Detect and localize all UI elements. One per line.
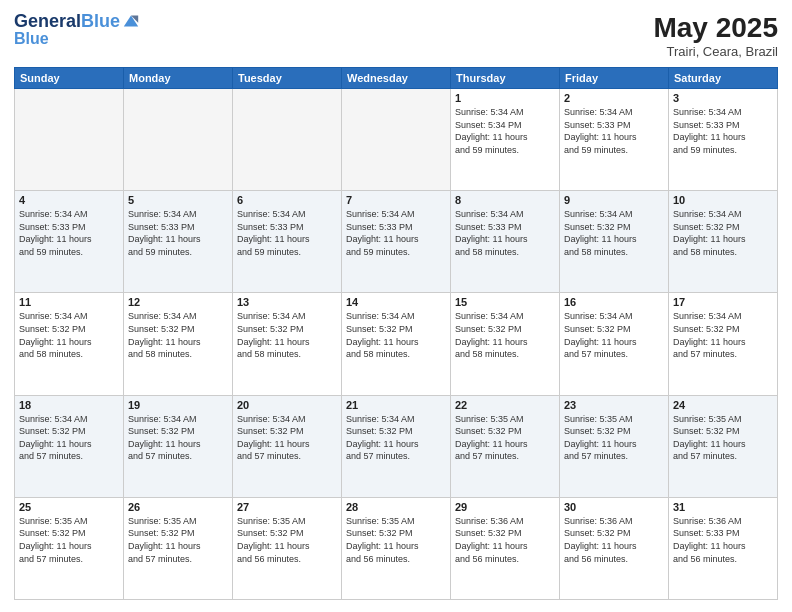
table-row: 14Sunrise: 5:34 AM Sunset: 5:32 PM Dayli…	[342, 293, 451, 395]
table-row: 6Sunrise: 5:34 AM Sunset: 5:33 PM Daylig…	[233, 191, 342, 293]
day-info: Sunrise: 5:34 AM Sunset: 5:32 PM Dayligh…	[673, 208, 773, 258]
col-monday: Monday	[124, 68, 233, 89]
day-number: 25	[19, 501, 119, 513]
day-info: Sunrise: 5:35 AM Sunset: 5:32 PM Dayligh…	[237, 515, 337, 565]
day-number: 8	[455, 194, 555, 206]
col-sunday: Sunday	[15, 68, 124, 89]
day-number: 14	[346, 296, 446, 308]
page: GeneralBlue Blue May 2025 Trairi, Ceara,…	[0, 0, 792, 612]
day-number: 16	[564, 296, 664, 308]
day-number: 31	[673, 501, 773, 513]
calendar-week-row: 11Sunrise: 5:34 AM Sunset: 5:32 PM Dayli…	[15, 293, 778, 395]
logo-text: GeneralBlue	[14, 12, 120, 32]
day-number: 2	[564, 92, 664, 104]
day-info: Sunrise: 5:36 AM Sunset: 5:32 PM Dayligh…	[564, 515, 664, 565]
table-row	[233, 89, 342, 191]
table-row: 31Sunrise: 5:36 AM Sunset: 5:33 PM Dayli…	[669, 497, 778, 599]
day-number: 19	[128, 399, 228, 411]
day-number: 28	[346, 501, 446, 513]
month-year: May 2025	[653, 12, 778, 44]
table-row: 10Sunrise: 5:34 AM Sunset: 5:32 PM Dayli…	[669, 191, 778, 293]
table-row: 30Sunrise: 5:36 AM Sunset: 5:32 PM Dayli…	[560, 497, 669, 599]
day-number: 26	[128, 501, 228, 513]
table-row: 3Sunrise: 5:34 AM Sunset: 5:33 PM Daylig…	[669, 89, 778, 191]
table-row: 27Sunrise: 5:35 AM Sunset: 5:32 PM Dayli…	[233, 497, 342, 599]
day-info: Sunrise: 5:34 AM Sunset: 5:32 PM Dayligh…	[564, 208, 664, 258]
table-row: 25Sunrise: 5:35 AM Sunset: 5:32 PM Dayli…	[15, 497, 124, 599]
day-info: Sunrise: 5:34 AM Sunset: 5:32 PM Dayligh…	[237, 310, 337, 360]
day-number: 11	[19, 296, 119, 308]
day-info: Sunrise: 5:35 AM Sunset: 5:32 PM Dayligh…	[128, 515, 228, 565]
location: Trairi, Ceara, Brazil	[653, 44, 778, 59]
day-info: Sunrise: 5:34 AM Sunset: 5:33 PM Dayligh…	[346, 208, 446, 258]
calendar-week-row: 1Sunrise: 5:34 AM Sunset: 5:34 PM Daylig…	[15, 89, 778, 191]
table-row: 5Sunrise: 5:34 AM Sunset: 5:33 PM Daylig…	[124, 191, 233, 293]
table-row: 2Sunrise: 5:34 AM Sunset: 5:33 PM Daylig…	[560, 89, 669, 191]
table-row: 4Sunrise: 5:34 AM Sunset: 5:33 PM Daylig…	[15, 191, 124, 293]
day-info: Sunrise: 5:35 AM Sunset: 5:32 PM Dayligh…	[19, 515, 119, 565]
day-info: Sunrise: 5:35 AM Sunset: 5:32 PM Dayligh…	[564, 413, 664, 463]
table-row	[15, 89, 124, 191]
day-info: Sunrise: 5:34 AM Sunset: 5:33 PM Dayligh…	[673, 106, 773, 156]
day-number: 24	[673, 399, 773, 411]
table-row: 23Sunrise: 5:35 AM Sunset: 5:32 PM Dayli…	[560, 395, 669, 497]
logo-icon	[122, 12, 140, 30]
day-info: Sunrise: 5:34 AM Sunset: 5:33 PM Dayligh…	[455, 208, 555, 258]
table-row: 24Sunrise: 5:35 AM Sunset: 5:32 PM Dayli…	[669, 395, 778, 497]
day-info: Sunrise: 5:34 AM Sunset: 5:33 PM Dayligh…	[128, 208, 228, 258]
day-number: 7	[346, 194, 446, 206]
day-info: Sunrise: 5:35 AM Sunset: 5:32 PM Dayligh…	[346, 515, 446, 565]
col-wednesday: Wednesday	[342, 68, 451, 89]
day-info: Sunrise: 5:34 AM Sunset: 5:32 PM Dayligh…	[346, 310, 446, 360]
table-row: 11Sunrise: 5:34 AM Sunset: 5:32 PM Dayli…	[15, 293, 124, 395]
col-thursday: Thursday	[451, 68, 560, 89]
logo-blue: Blue	[14, 30, 140, 48]
title-block: May 2025 Trairi, Ceara, Brazil	[653, 12, 778, 59]
day-number: 13	[237, 296, 337, 308]
calendar-header-row: Sunday Monday Tuesday Wednesday Thursday…	[15, 68, 778, 89]
table-row: 21Sunrise: 5:34 AM Sunset: 5:32 PM Dayli…	[342, 395, 451, 497]
table-row: 7Sunrise: 5:34 AM Sunset: 5:33 PM Daylig…	[342, 191, 451, 293]
col-saturday: Saturday	[669, 68, 778, 89]
table-row: 19Sunrise: 5:34 AM Sunset: 5:32 PM Dayli…	[124, 395, 233, 497]
table-row: 29Sunrise: 5:36 AM Sunset: 5:32 PM Dayli…	[451, 497, 560, 599]
table-row: 20Sunrise: 5:34 AM Sunset: 5:32 PM Dayli…	[233, 395, 342, 497]
day-number: 9	[564, 194, 664, 206]
day-info: Sunrise: 5:34 AM Sunset: 5:32 PM Dayligh…	[455, 310, 555, 360]
table-row: 12Sunrise: 5:34 AM Sunset: 5:32 PM Dayli…	[124, 293, 233, 395]
day-number: 1	[455, 92, 555, 104]
day-number: 21	[346, 399, 446, 411]
table-row: 13Sunrise: 5:34 AM Sunset: 5:32 PM Dayli…	[233, 293, 342, 395]
day-info: Sunrise: 5:34 AM Sunset: 5:32 PM Dayligh…	[237, 413, 337, 463]
day-number: 27	[237, 501, 337, 513]
day-number: 6	[237, 194, 337, 206]
table-row: 16Sunrise: 5:34 AM Sunset: 5:32 PM Dayli…	[560, 293, 669, 395]
day-number: 20	[237, 399, 337, 411]
table-row	[124, 89, 233, 191]
day-number: 22	[455, 399, 555, 411]
day-number: 12	[128, 296, 228, 308]
day-info: Sunrise: 5:34 AM Sunset: 5:33 PM Dayligh…	[19, 208, 119, 258]
col-tuesday: Tuesday	[233, 68, 342, 89]
day-number: 18	[19, 399, 119, 411]
table-row: 9Sunrise: 5:34 AM Sunset: 5:32 PM Daylig…	[560, 191, 669, 293]
table-row: 26Sunrise: 5:35 AM Sunset: 5:32 PM Dayli…	[124, 497, 233, 599]
table-row	[342, 89, 451, 191]
day-info: Sunrise: 5:36 AM Sunset: 5:33 PM Dayligh…	[673, 515, 773, 565]
day-number: 29	[455, 501, 555, 513]
logo: GeneralBlue Blue	[14, 12, 140, 48]
day-info: Sunrise: 5:34 AM Sunset: 5:32 PM Dayligh…	[19, 413, 119, 463]
table-row: 1Sunrise: 5:34 AM Sunset: 5:34 PM Daylig…	[451, 89, 560, 191]
day-info: Sunrise: 5:35 AM Sunset: 5:32 PM Dayligh…	[455, 413, 555, 463]
day-number: 3	[673, 92, 773, 104]
day-info: Sunrise: 5:36 AM Sunset: 5:32 PM Dayligh…	[455, 515, 555, 565]
day-number: 4	[19, 194, 119, 206]
table-row: 18Sunrise: 5:34 AM Sunset: 5:32 PM Dayli…	[15, 395, 124, 497]
table-row: 15Sunrise: 5:34 AM Sunset: 5:32 PM Dayli…	[451, 293, 560, 395]
day-info: Sunrise: 5:35 AM Sunset: 5:32 PM Dayligh…	[673, 413, 773, 463]
day-number: 30	[564, 501, 664, 513]
day-info: Sunrise: 5:34 AM Sunset: 5:32 PM Dayligh…	[128, 310, 228, 360]
day-info: Sunrise: 5:34 AM Sunset: 5:34 PM Dayligh…	[455, 106, 555, 156]
day-info: Sunrise: 5:34 AM Sunset: 5:33 PM Dayligh…	[564, 106, 664, 156]
day-number: 15	[455, 296, 555, 308]
